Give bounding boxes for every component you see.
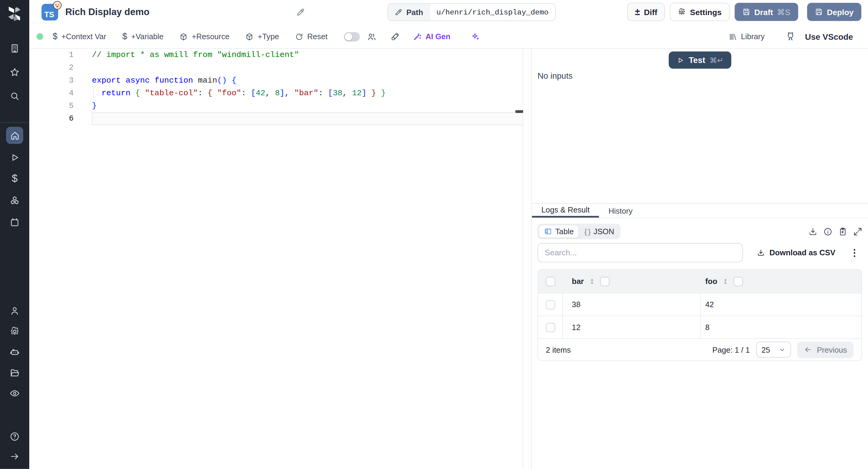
diff-button[interactable]: ± Diff [627,3,665,21]
refresh-icon [295,32,304,41]
path-button[interactable]: Path u/henri/rich_display_demo [388,3,556,21]
save-icon [742,8,750,16]
diff-mode-toggle[interactable] [344,32,360,41]
sidebar-item-schedules[interactable] [0,214,29,230]
deploy-button[interactable]: Deploy [807,3,861,21]
app-window: $ TS [0,0,868,469]
toolbar-right: Library Use VScode [729,32,868,41]
code-line-content[interactable]: // import * as wmill from "windmill-clie… [92,49,523,61]
path-button-left: Path [388,4,430,21]
add-resource-button[interactable]: +Resource [180,32,229,41]
sidebar-item-favorites[interactable] [0,64,29,80]
code-line[interactable]: 6 [29,113,523,125]
reset-button[interactable]: Reset [295,32,328,41]
library-button[interactable]: Library [729,32,765,41]
table-header: bar foo [538,270,861,293]
use-vscode-button[interactable]: Use VScode [786,32,853,41]
editor-toolbar: $ +Context Var $ +Variable +Resource +Ty… [29,25,868,49]
add-variable-button[interactable]: $ +Variable [122,32,164,41]
pagination: Page: 1 / 1 25 Previous [712,341,854,358]
settings-button-label: Settings [690,7,721,16]
sidebar-item-audit[interactable] [0,385,29,401]
column-select-checkbox[interactable] [733,276,743,286]
settings-button[interactable]: Settings [670,3,730,21]
code-line[interactable]: 4 return { "table-col": { "foo": [42, 8]… [29,87,523,99]
code-line[interactable]: 5} [29,100,523,113]
editor-scrollbar-marker[interactable] [516,110,523,113]
code-line[interactable]: 1// import * as wmill from "windmill-cli… [29,49,523,61]
info-icon[interactable] [823,227,832,236]
column-header-foo: foo [705,277,717,285]
sidebar-item-variables[interactable]: $ [0,171,29,187]
kebab-menu-icon[interactable]: ⋮ [849,247,859,258]
code-line-content[interactable]: } [92,100,523,113]
sidebar-item-help[interactable] [0,429,29,444]
select-all-checkbox[interactable] [546,276,555,286]
items-count: 2 items [546,345,571,354]
chevron-down-icon [778,346,785,353]
sidebar-item-users[interactable] [0,303,29,318]
test-button[interactable]: Test ⌘↵ [669,52,731,69]
previous-page-button[interactable]: Previous [797,341,854,358]
code-line-content[interactable]: export async function main() { [92,74,523,87]
users-icon [367,32,376,41]
download-csv-label: Download as CSV [770,248,835,257]
download-csv-button[interactable]: Download as CSV [757,248,835,257]
test-button-label: Test [689,56,705,65]
tab-logs-result[interactable]: Logs & Result [532,204,599,218]
code-line[interactable]: 2 [29,61,523,74]
sidebar-item-expand[interactable] [0,448,29,464]
code-line-content[interactable]: return { "table-col": { "foo": [42, 8], … [92,87,523,99]
code-line-content[interactable] [92,61,523,74]
sidebar-item-workspace[interactable] [0,40,29,56]
code-lines: 1// import * as wmill from "windmill-cli… [29,49,523,125]
test-row: Test ⌘↵ [532,52,868,69]
sidebar-item-home[interactable] [6,127,23,144]
code-line[interactable]: 3export async function main() { [29,74,523,87]
sidebar-item-runs[interactable] [0,150,29,165]
copy-clipboard-icon[interactable] [838,227,847,236]
code-line-content[interactable] [92,113,523,125]
multiplayer-button[interactable] [367,32,376,41]
status-dot [36,33,43,40]
draft-button[interactable]: Draft ⌘S [735,3,798,21]
sidebar-item-resources[interactable] [0,193,29,208]
sidebar-item-search[interactable] [0,88,29,103]
row-checkbox[interactable] [546,322,555,332]
table-controls: Download as CSV ⋮ [537,242,862,262]
windmill-logo-icon[interactable] [6,5,23,23]
use-vscode-label: Use VScode [805,32,853,41]
sparkles-button[interactable] [470,32,480,41]
row-checkbox[interactable] [546,300,555,309]
indent-guide [93,87,94,99]
expand-icon[interactable] [853,227,862,236]
add-context-var-button[interactable]: $ +Context Var [53,32,106,41]
diff-button-label: Diff [644,7,657,16]
table-row: 3842 [538,293,861,316]
column-select-checkbox[interactable] [600,276,610,286]
library-icon [729,32,737,41]
view-toggle-table[interactable]: Table [538,225,579,238]
sidebar-item-settings[interactable] [0,323,29,339]
header-actions: ± Diff Settings Draft ⌘S Deploy [627,3,861,21]
view-toggle-json[interactable]: { } JSON [579,225,619,238]
page-size-select[interactable]: 25 [756,342,791,357]
sort-icon[interactable] [588,277,595,285]
format-brush-button[interactable] [390,32,399,41]
line-number: 6 [29,113,78,125]
download-icon[interactable] [808,227,818,236]
gear-icon [678,8,686,16]
add-type-button[interactable]: +Type [246,32,279,41]
ai-gen-button[interactable]: AI Gen [413,32,450,41]
no-inputs-text: No inputs [537,71,572,80]
sidebar-item-workers[interactable] [0,344,29,359]
search-input[interactable] [537,243,743,262]
folder-open-icon [9,368,20,378]
package-icon [180,32,188,41]
sidebar-item-folders[interactable] [0,365,29,380]
sort-icon[interactable] [722,277,729,285]
play-icon [9,152,20,162]
edit-summary-pencil-icon[interactable] [296,8,305,17]
code-editor[interactable]: 1// import * as wmill from "windmill-cli… [29,49,523,469]
tab-history[interactable]: History [599,204,642,218]
